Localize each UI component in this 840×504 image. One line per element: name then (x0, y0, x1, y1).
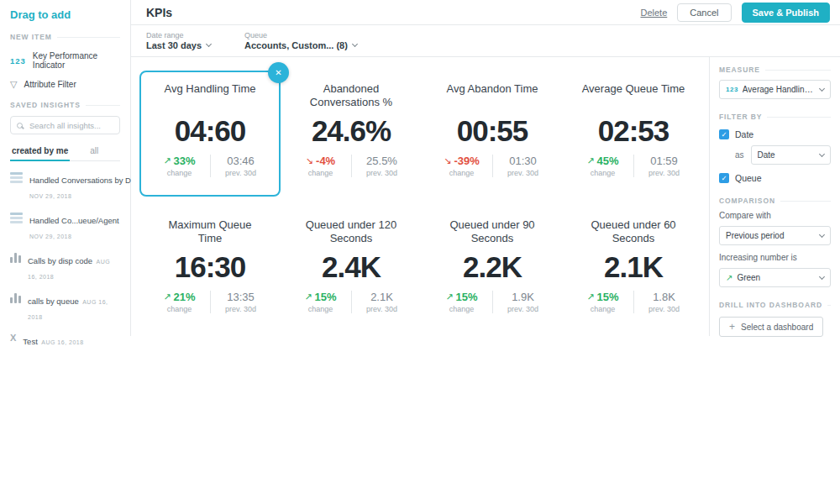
drag-to-add-heading: Drag to add (10, 8, 120, 21)
prev-stat: 25.5% prev. 30d (362, 155, 402, 177)
chevron-down-icon (352, 41, 358, 47)
kpi-card-avg-handling-time[interactable]: ✕ Avg Handling Time 04:60 ↗ 33% change (139, 71, 281, 197)
section-title: NEW ITEM (10, 33, 52, 41)
measure-section-header: MEASURE (719, 66, 831, 74)
compare-with-value: Previous period (726, 231, 816, 240)
tab-created-by-me[interactable]: created by me (10, 143, 70, 161)
change-label: change (442, 169, 482, 177)
kpi-value: 24.6% (286, 114, 417, 148)
kpi-123-icon: 123 (726, 86, 738, 93)
section-title: DRILL INTO DASHBOARD (719, 301, 822, 309)
measure-value: Average Handling Time (743, 85, 816, 94)
chevron-down-icon (819, 231, 825, 237)
kpi-delta: ↗ 33% (160, 155, 200, 167)
queue-value: Accounts, Custom... (8) (244, 40, 348, 50)
kpi-card-maximum-queue-time[interactable]: Maximum Queue Time 16:30 ↗ 21% change (139, 207, 281, 333)
insight-item[interactable]: calls by queue AUG 16, 2018 (10, 292, 120, 323)
divider (210, 155, 211, 177)
kpi-change: 15% (456, 291, 478, 303)
left-sidebar: Drag to add NEW ITEM 123 Key Performance… (0, 0, 131, 336)
save-publish-button[interactable]: Save & Publish (742, 3, 830, 23)
queue-filter[interactable]: Queue Accounts, Custom... (8) (244, 31, 357, 50)
kpi-delta: ↗ 21% (160, 291, 200, 303)
kpi-card-queued-under-120s[interactable]: Queued under 120 Seconds 2.4K ↗ 15% chan… (281, 207, 422, 333)
prev-label: prev. 30d (362, 305, 402, 313)
search-input[interactable] (28, 120, 113, 131)
kpi-stats: ↗ 21% change 13:35 prev. 30d (144, 291, 276, 313)
kpi-value: 2.1K (568, 250, 699, 284)
select-dashboard-label: Select a dashboard (741, 323, 813, 332)
checkbox-checked-icon: ✓ (719, 129, 729, 139)
kpi-card-average-queue-time[interactable]: Average Queue Time 02:53 ↗ 45% change (563, 71, 704, 197)
kpi-change: 33% (174, 155, 196, 167)
insight-date: AUG 16, 2018 (41, 339, 83, 345)
divider (351, 155, 352, 177)
insights-search (10, 116, 120, 134)
trend-down-icon: ↘ (444, 155, 451, 166)
new-item-kpi[interactable]: 123 Key Performance Indicator (10, 51, 120, 70)
date-range-filter[interactable]: Date range Last 30 days (146, 31, 211, 50)
divider (827, 305, 831, 306)
delete-link[interactable]: Delete (640, 8, 667, 18)
insight-text: Test AUG 16, 2018 (23, 333, 83, 348)
change-stat: ↘ -4% change (301, 155, 341, 177)
insight-item[interactable]: Handled Conversations by D NOV 29, 2018 (10, 171, 120, 202)
table-insight-icon (10, 212, 23, 223)
insight-item[interactable]: Calls by disp code AUG 16, 2018 (10, 252, 120, 282)
kpi-prev: 1.9K (503, 291, 543, 303)
section-title: SAVED INSIGHTS (10, 101, 81, 109)
kpi-stats: ↗ 45% change 01:59 prev. 30d (568, 155, 699, 177)
trend-up-icon: ↗ (586, 155, 594, 166)
change-label: change (583, 169, 623, 177)
kpi-card-avg-abandon-time[interactable]: Avg Abandon Time 00:55 ↘ -39% change (422, 71, 563, 197)
queue-filter-checkbox[interactable]: ✓ Queue (719, 173, 831, 183)
kpi-prev: 2.1K (362, 291, 402, 303)
divider (492, 291, 493, 313)
select-dashboard-button[interactable]: + Select a dashboard (719, 317, 823, 337)
increasing-number-select[interactable]: ↗ Green (719, 268, 831, 287)
compare-with-select[interactable]: Previous period (719, 226, 831, 245)
table-insight-icon (10, 171, 23, 183)
change-label: change (442, 305, 482, 313)
kpi-delta: ↘ -39% (442, 155, 482, 167)
kpi-card-queued-under-90s[interactable]: Queued under 90 Seconds 2.2K ↗ 15% chang… (422, 207, 563, 333)
divider (633, 291, 634, 313)
kpi-prev: 25.5% (362, 155, 402, 167)
change-label: change (583, 305, 623, 313)
trend-down-icon: ↘ (306, 155, 313, 166)
kpi-cards-area: ✕ Avg Handling Time 04:60 ↗ 33% change (131, 57, 709, 336)
bar-chart-insight-icon (10, 252, 21, 263)
kpi-stats: ↗ 33% change 03:46 prev. 30d (144, 155, 276, 177)
measure-select[interactable]: 123 Average Handling Time (719, 80, 831, 99)
prev-label: prev. 30d (221, 305, 261, 313)
insight-item[interactable]: Handled Co...ueue/Agent NOV 29, 2018 (10, 212, 120, 242)
kpi-card-abandoned-conversations[interactable]: Abandoned Conversations % 24.6% ↘ -4% ch… (281, 71, 422, 197)
insight-item[interactable]: X Test AUG 16, 2018 (10, 333, 120, 348)
page-title: KPIs (146, 6, 172, 19)
divider (57, 37, 120, 38)
kpi-prev: 1.8K (644, 291, 685, 303)
cancel-button[interactable]: Cancel (677, 3, 731, 22)
saved-insights-section-header: SAVED INSIGHTS (10, 101, 120, 109)
change-stat: ↗ 15% change (442, 291, 482, 313)
tab-all[interactable]: all (88, 143, 100, 160)
new-item-section-header: NEW ITEM (10, 33, 120, 41)
kpi-title: Avg Abandon Time (427, 82, 558, 111)
prev-stat: 03:46 prev. 30d (221, 155, 261, 177)
kpi-value: 02:53 (568, 114, 699, 148)
kpi-card-queued-under-60s[interactable]: Queued under 60 Seconds 2.1K ↗ 15% chang… (563, 207, 704, 333)
kpi-title: Avg Handling Time (144, 82, 276, 111)
trend-up-icon: ↗ (586, 291, 594, 302)
date-filter-checkbox[interactable]: ✓ Date (719, 129, 831, 139)
new-item-label: Key Performance Indicator (33, 51, 120, 70)
kpi-change: -39% (454, 155, 479, 167)
kpi-title: Maximum Queue Time (144, 218, 276, 247)
filter-label: Date range (146, 31, 211, 39)
new-item-attribute-filter[interactable]: ▽ Attribute Filter (10, 80, 120, 89)
kpi-delta: ↗ 15% (583, 291, 623, 303)
kpi-change: -4% (316, 155, 335, 167)
date-as-select[interactable]: Date (751, 145, 831, 165)
compare-with-label: Compare with (719, 211, 831, 220)
kpi-title: Abandoned Conversations % (286, 82, 417, 111)
kpi-prev: 01:30 (503, 155, 543, 167)
